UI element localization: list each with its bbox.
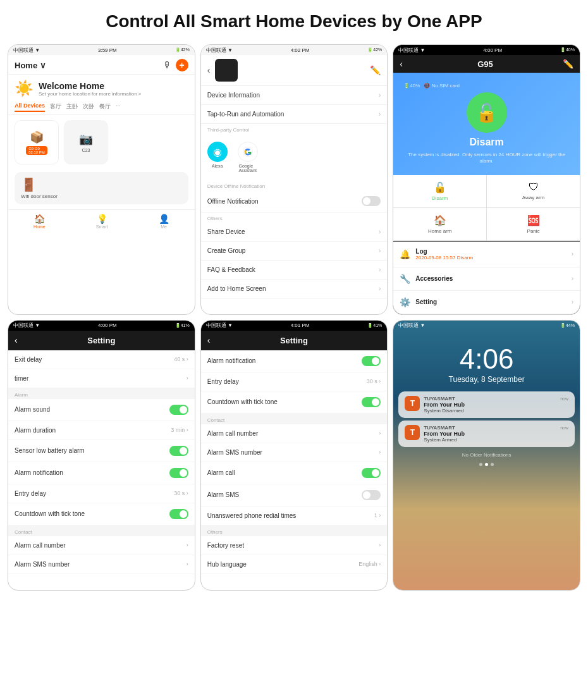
add-button[interactable]: +: [176, 59, 188, 71]
alexa-icon: ◉: [207, 142, 228, 162]
arm-btn-away[interactable]: 🛡 Away arm: [487, 175, 580, 207]
phone1-header: Home ∨ 🎙 +: [8, 55, 195, 75]
setting5-entry-delay[interactable]: Entry delay 30 s ›: [201, 372, 388, 391]
panic-btn-icon: 🆘: [527, 214, 540, 226]
door-sensor-label: Wifi door sensor: [21, 193, 58, 199]
setting5-sms-number[interactable]: Alarm SMS number ›: [201, 443, 388, 462]
menu-item-offline-notif[interactable]: Offline Notification: [201, 190, 388, 212]
nav-smart[interactable]: 💡 Smart: [96, 214, 108, 229]
door-sensor-card[interactable]: 🚪 Wifi door sensor: [15, 172, 188, 204]
tab-all-devices[interactable]: All Devices: [15, 102, 45, 112]
tab-master[interactable]: 主卧: [66, 102, 78, 112]
google-item[interactable]: GoogleAssistant: [238, 142, 258, 173]
setting-row[interactable]: ⚙️ Setting ›: [393, 291, 580, 314]
countdown-toggle-5[interactable]: [362, 397, 381, 407]
device-hub[interactable]: 📦 G9·G002:10 PM: [15, 120, 59, 164]
accessories-icon: 🔧: [400, 274, 410, 284]
setting5-factory-reset[interactable]: Factory reset ›: [201, 536, 388, 555]
setting5-countdown[interactable]: Countdown with tick tone: [201, 391, 388, 414]
alexa-item[interactable]: ◉ Alexa: [207, 142, 228, 173]
disarm-banner: 🔋40% 📵 No SIM card 🔓 Disarm The system i…: [393, 73, 580, 175]
menu-item-device-info[interactable]: Device Information ›: [201, 86, 388, 105]
menu-item-share[interactable]: Share Device ›: [201, 223, 388, 242]
setting5-alarm-call[interactable]: Alarm call: [201, 462, 388, 484]
setting-call-number[interactable]: Alarm call number ›: [8, 536, 195, 555]
setting-timer[interactable]: timer ›: [8, 369, 195, 388]
setting5-alarm-notif[interactable]: Alarm notification: [201, 350, 388, 372]
alarm-sms-toggle[interactable]: [362, 490, 381, 500]
setting5-redial[interactable]: Unanswered phone redial times 1 ›: [201, 507, 388, 525]
section-others-2: Others: [201, 212, 388, 223]
home-label[interactable]: Home ∨: [15, 61, 46, 70]
tab-more[interactable]: ···: [116, 102, 121, 112]
info-section: 🔔 Log 2020-09-08 15:57 Disarm › 🔧 Access…: [393, 242, 580, 314]
notification-1: T TUYASMART now From Your Hub System Dis…: [398, 391, 575, 418]
setting-icon: ⚙️: [400, 297, 410, 307]
offline-toggle[interactable]: [362, 196, 381, 206]
disarm-circle[interactable]: 🔓: [467, 92, 507, 133]
g95-back-button[interactable]: ‹: [400, 59, 403, 69]
setting-title-4: Setting: [87, 336, 115, 345]
nav-me[interactable]: 👤 Me: [159, 214, 169, 229]
section-others-5: Others: [201, 525, 388, 536]
phone-home: 中国联通 ▼ 3:59 PM 🔋42% Home ∨ 🎙 + ☀️ Welcom…: [8, 44, 195, 315]
setting-countdown[interactable]: Countdown with tick tone: [8, 503, 195, 525]
setting5-hub-language[interactable]: Hub language English ›: [201, 555, 388, 574]
phone-setting-right: 中国联通 ▼ 4:01 PM 🔋41% ‹ Setting Alarm noti…: [200, 320, 388, 591]
camera-icon: 📷: [79, 132, 93, 146]
arm-btn-home[interactable]: 🏠 Home arm: [393, 208, 486, 240]
alarm-call-toggle[interactable]: [362, 468, 381, 478]
setting-back-4[interactable]: ‹: [15, 335, 18, 345]
alarm-notif-toggle-5[interactable]: [362, 356, 381, 366]
setting-sms-number[interactable]: Alarm SMS number ›: [8, 555, 195, 574]
back-button[interactable]: ‹: [207, 65, 211, 75]
setting-list-4: Exit delay 40 s › timer › Alarm Alarm so…: [8, 350, 195, 574]
menu-item-faq[interactable]: FAQ & Feedback ›: [201, 261, 388, 279]
setting-entry-delay[interactable]: Entry delay 30 s ›: [8, 484, 195, 503]
setting-low-battery[interactable]: Sensor low battery alarm: [8, 440, 195, 462]
accessories-row[interactable]: 🔧 Accessories ›: [393, 267, 580, 291]
setting-back-5[interactable]: ‹: [207, 335, 211, 345]
menu-item-create-group[interactable]: Create Group ›: [201, 242, 388, 261]
menu-item-add-home[interactable]: Add to Home Screen ›: [201, 279, 388, 298]
g95-edit-icon[interactable]: ✏️: [563, 59, 573, 69]
me-nav-icon: 👤: [159, 214, 169, 224]
setting-header-5: ‹ Setting: [201, 331, 388, 350]
tab-living[interactable]: 客厅: [50, 102, 61, 112]
log-row[interactable]: 🔔 Log 2020-09-08 15:57 Disarm ›: [393, 242, 580, 267]
tab-second[interactable]: 次卧: [83, 102, 94, 112]
dot-1: [479, 463, 482, 466]
device-thumbnail: [215, 59, 238, 82]
countdown-toggle[interactable]: [169, 509, 188, 519]
status-bar-3: 中国联通 ▼ 4:00 PM 🔋40%: [393, 45, 580, 55]
menu-item-tap-to-run[interactable]: Tap-to-Run and Automation ›: [201, 105, 388, 124]
sun-icon: ☀️: [15, 80, 34, 97]
device-camera[interactable]: 📷 C23: [64, 120, 108, 164]
phone-setting-left: 中国联通 ▼ 4:00 PM 🔋41% ‹ Setting Exit delay…: [8, 320, 195, 591]
setting5-call-number[interactable]: Alarm call number ›: [201, 424, 388, 443]
phones-grid: 中国联通 ▼ 3:59 PM 🔋42% Home ∨ 🎙 + ☀️ Welcom…: [0, 40, 588, 598]
section-contact-4: Contact: [8, 525, 195, 536]
third-party-icons: ◉ Alexa GoogleAssistant: [207, 138, 381, 176]
setting5-alarm-sms[interactable]: Alarm SMS: [201, 484, 388, 507]
low-battery-toggle[interactable]: [169, 446, 188, 456]
nav-home[interactable]: 🏠 Home: [34, 214, 46, 229]
welcome-text: Welcome Home Set your home location for …: [39, 81, 142, 97]
bottom-nav: 🏠 Home 💡 Smart 👤 Me: [8, 209, 195, 231]
edit-icon[interactable]: ✏️: [370, 65, 381, 75]
tab-dining[interactable]: 餐厅: [99, 102, 111, 112]
arm-btn-disarm[interactable]: 🔓 Disarm: [393, 175, 486, 207]
third-party-section: ◉ Alexa GoogleAssistant: [201, 134, 388, 180]
setting-exit-delay[interactable]: Exit delay 40 s ›: [8, 350, 195, 369]
setting-alarm-notif[interactable]: Alarm notification: [8, 462, 195, 484]
section-contact-5: Contact: [201, 414, 388, 424]
arm-btn-panic[interactable]: 🆘 Panic: [487, 208, 580, 240]
setting-alarm-duration[interactable]: Alarm duration 3 min ›: [8, 421, 195, 440]
alarm-sound-toggle[interactable]: [169, 405, 188, 415]
setting-alarm-sound[interactable]: Alarm sound: [8, 399, 195, 421]
alarm-notif-toggle[interactable]: [169, 468, 188, 478]
smart-nav-icon: 💡: [97, 214, 107, 224]
mic-icon[interactable]: 🎙: [163, 60, 172, 70]
tabs-row: All Devices 客厅 主卧 次卧 餐厅 ···: [8, 100, 195, 115]
away-btn-icon: 🛡: [529, 181, 539, 193]
